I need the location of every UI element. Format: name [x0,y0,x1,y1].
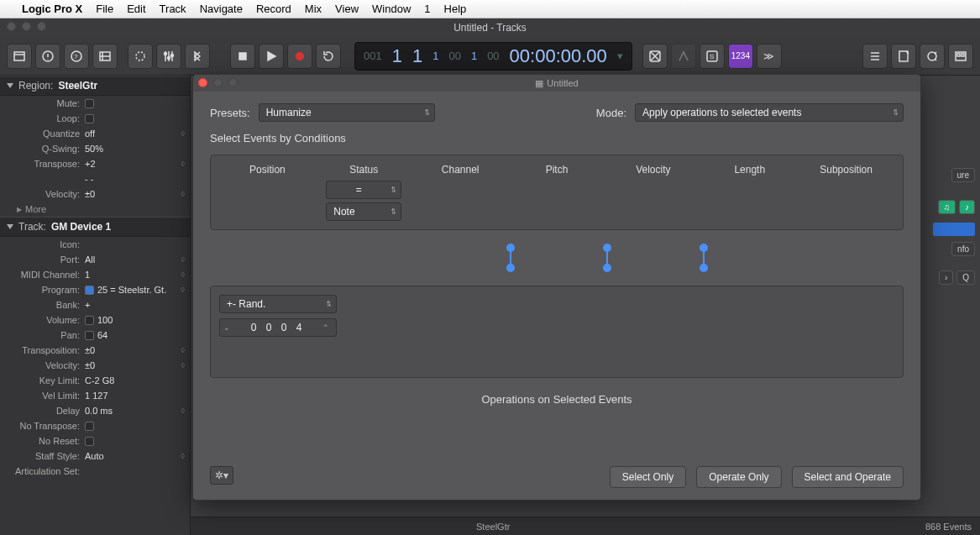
handle-channel[interactable] [510,245,511,270]
routing-handles[interactable] [210,245,904,270]
row-value[interactable]: 50% [85,144,185,154]
list-editors-button[interactable] [862,44,888,69]
select-only-button[interactable]: Select Only [610,466,686,488]
inspector-row[interactable]: Vel Limit:1 127 [0,388,190,403]
inspector-row[interactable]: Articulation Set: [0,464,190,479]
inspector-row[interactable]: Volume:100 [0,312,190,328]
region-header[interactable]: Region: SteelGtr [0,76,190,96]
app-menu[interactable]: Logic Pro X [22,3,82,15]
apple-loops-toggle-icon[interactable]: ♪ [959,200,975,214]
row-value[interactable]: +2 [85,159,185,169]
stop-button[interactable] [230,44,255,69]
inspector-row[interactable]: Bank:+ [0,297,190,312]
row-value[interactable]: 64 [85,330,185,340]
menu-record[interactable]: Record [256,3,291,15]
status-operator-dropdown[interactable]: = [326,181,401,199]
inspector-row[interactable]: Staff Style:Auto [0,448,190,464]
inspector-row[interactable]: Port:All [0,252,190,267]
zoom-icon[interactable] [37,22,46,31]
browser-button[interactable] [948,44,973,69]
inspector-row[interactable]: Q-Swing:50% [0,141,190,156]
quantize-q-button[interactable]: Q [956,270,975,285]
operation-value-field[interactable]: ⌄ 0 0 0 4 ⌃ [219,318,337,337]
handle-velocity[interactable] [703,245,705,270]
inspector-row[interactable]: Loop: [0,111,190,126]
checkbox[interactable] [85,99,94,108]
window-traffic-lights[interactable] [7,22,46,31]
lcd-smpte[interactable]: 00:00:00.00 [510,45,607,67]
lcd-beats[interactable]: 1 [412,45,422,67]
inspector-row[interactable]: Quantizeoff [0,126,190,141]
row-value[interactable]: 1 127 [85,391,185,401]
handle-pitch[interactable] [606,245,608,270]
mac-menubar[interactable]: Logic Pro X File Edit Track Navigate Rec… [0,0,980,18]
step-down-icon[interactable]: ⌄ [223,323,233,332]
row-value[interactable]: ±0 [85,360,185,370]
operate-only-button[interactable]: Operate Only [696,466,781,488]
row-value[interactable]: + [85,300,185,310]
inspector-row[interactable]: Program:25 = Steelstr. Gt. [0,282,190,297]
row-value[interactable] [85,114,185,123]
editors-button[interactable] [185,44,210,69]
menu-window[interactable]: Window [372,3,411,15]
chevron-icon[interactable]: › [939,270,953,285]
select-and-operate-button[interactable]: Select and Operate [792,466,904,488]
menu-1[interactable]: 1 [424,3,430,15]
inspector-row[interactable]: Delay0.0 ms [0,403,190,418]
row-value[interactable]: ±0 [85,345,185,355]
operation-type-dropdown[interactable]: +- Rand. [219,295,337,313]
quick-help-button[interactable]: ? [64,44,89,69]
checkbox[interactable] [85,422,94,431]
replace-button[interactable] [642,44,668,69]
modal-zoom-icon[interactable] [228,78,238,87]
menu-edit[interactable]: Edit [127,3,145,15]
row-value[interactable]: Auto [85,451,185,461]
row-value[interactable] [85,437,185,446]
checkbox[interactable] [85,331,94,340]
low-latency-button[interactable] [671,44,696,69]
row-value[interactable]: off [85,129,185,139]
menu-help[interactable]: Help [444,3,467,15]
inspector-row[interactable]: - - [0,171,190,186]
row-value[interactable] [85,99,185,108]
row-value[interactable]: 1 [85,270,185,280]
inspector-row[interactable]: Transposition:±0 [0,343,190,358]
inspector-row[interactable]: Velocity:±0 [0,358,190,373]
smart-controls-button[interactable] [128,44,153,69]
inspector-row[interactable]: No Reset: [0,433,190,448]
inspector-row[interactable]: Icon: [0,237,190,252]
cycle-button[interactable] [316,44,341,69]
count-in-button[interactable]: 1234 [728,44,753,69]
lcd-div[interactable]: 1 [432,50,438,62]
menu-navigate[interactable]: Navigate [200,3,243,15]
lcd-ticks[interactable]: 1 [471,50,477,62]
solo-button[interactable]: S [700,44,725,69]
row-value[interactable]: C-2 G8 [85,375,185,386]
row-value[interactable]: 25 = Steelstr. Gt. [85,285,185,295]
menu-view[interactable]: View [335,3,359,15]
status-value-dropdown[interactable]: Note [326,202,401,221]
modal-min-icon[interactable] [213,78,223,87]
row-value[interactable]: 100 [85,315,185,325]
loops-button[interactable] [920,44,945,69]
menu-mix[interactable]: Mix [305,3,322,15]
row-value[interactable] [85,422,185,431]
menu-track[interactable]: Track [160,3,186,15]
lcd-display[interactable]: 001 1 1 1 00 1 00 00:00:00.00 ▾ [354,42,632,71]
modal-close-icon[interactable] [198,78,207,87]
disclosure-down-icon[interactable] [7,224,13,229]
record-button[interactable] [287,44,312,69]
library-button[interactable] [7,44,32,69]
inspector-row[interactable]: Key Limit:C-2 G8 [0,373,190,388]
row-value[interactable]: All [85,254,185,265]
info-tab-clipped[interactable]: nfo [951,242,975,256]
mode-dropdown[interactable]: Apply operations to selected events [635,103,904,122]
toolbar-button[interactable] [92,44,118,69]
gear-menu-button[interactable]: ✲▾ [210,466,233,485]
lcd-bars[interactable]: 1 [392,45,402,67]
checkbox[interactable] [85,316,94,325]
checkbox[interactable] [85,437,94,446]
row-value[interactable]: - - [85,174,185,184]
inspector-row[interactable]: MIDI Channel:1 [0,267,190,282]
inspector-row[interactable]: Pan:64 [0,328,190,343]
